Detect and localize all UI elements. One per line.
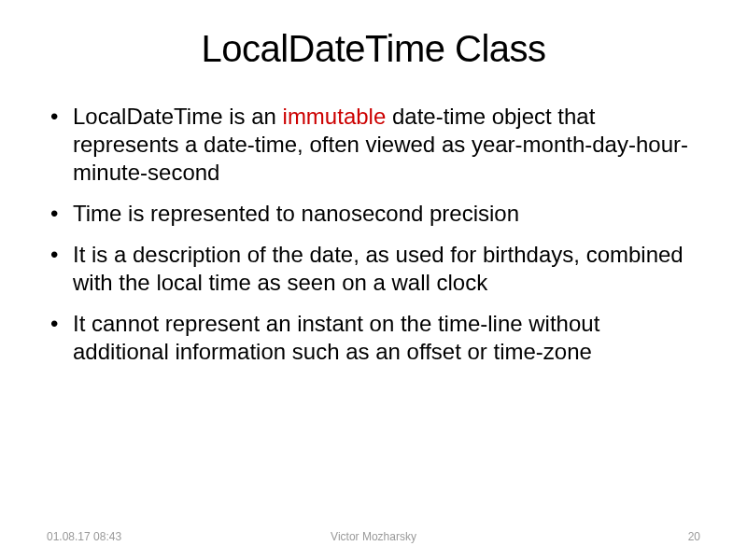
bullet-text: Time is represented to nanosecond precis…: [73, 201, 519, 226]
footer-author: Victor Mozharsky: [331, 530, 416, 543]
bullet-item: It cannot represent an instant on the ti…: [47, 310, 700, 366]
slide-title: LocalDateTime Class: [47, 28, 700, 70]
bullet-item: Time is represented to nanosecond precis…: [47, 200, 700, 228]
bullet-highlight: immutable: [283, 104, 387, 129]
bullet-text: It is a description of the date, as used…: [73, 242, 684, 295]
footer-date: 01.08.17 08:43: [47, 530, 121, 543]
footer-page: 20: [688, 530, 700, 543]
bullet-text-prefix: LocalDateTime is an: [73, 104, 283, 129]
slide: LocalDateTime Class LocalDateTime is an …: [0, 0, 747, 560]
bullet-item: LocalDateTime is an immutable date-time …: [47, 103, 700, 187]
bullet-text: It cannot represent an instant on the ti…: [73, 311, 599, 364]
bullet-item: It is a description of the date, as used…: [47, 241, 700, 297]
bullet-list: LocalDateTime is an immutable date-time …: [47, 103, 700, 366]
footer: 01.08.17 08:43 Victor Mozharsky 20: [47, 530, 700, 543]
